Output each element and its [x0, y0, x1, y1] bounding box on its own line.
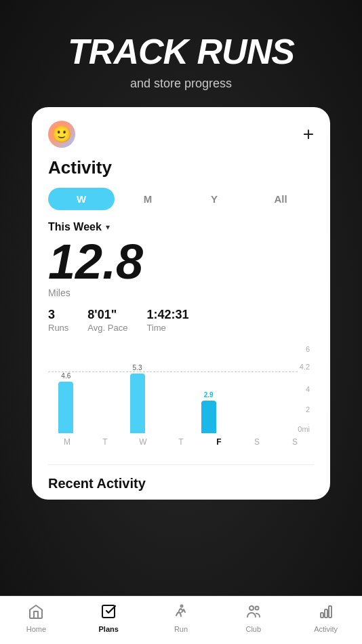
period-tabs: W M Y All	[48, 188, 314, 210]
bar-saturday	[226, 423, 262, 433]
nav-run-label: Run	[174, 625, 188, 633]
svg-rect-4	[321, 613, 323, 618]
home-icon	[28, 603, 44, 622]
distance-value: 12.8	[48, 237, 314, 286]
nav-home-label: Home	[26, 625, 46, 633]
club-icon	[245, 603, 262, 622]
x-label-t: T	[86, 437, 124, 447]
chevron-down-icon: ▾	[106, 222, 110, 232]
tab-all[interactable]: All	[247, 188, 314, 210]
runs-value: 3	[48, 308, 68, 322]
recent-section: Recent Activity	[48, 464, 314, 500]
tab-year[interactable]: Y	[181, 188, 247, 210]
nav-home[interactable]: Home	[16, 603, 56, 633]
nav-activity-label: Activity	[314, 625, 338, 633]
card-header: 🙂 +	[48, 121, 314, 148]
tab-week[interactable]: W	[48, 188, 115, 210]
avg-line	[48, 371, 298, 372]
nav-club-label: Club	[245, 625, 261, 633]
x-label-s2: S	[276, 437, 314, 447]
svg-rect-0	[102, 605, 115, 618]
recent-title: Recent Activity	[48, 476, 314, 491]
stat-time: 1:42:31 Time	[146, 308, 188, 333]
nav-run[interactable]: Run	[161, 603, 201, 633]
nav-activity[interactable]: Activity	[306, 603, 346, 633]
stat-runs: 3 Runs	[48, 308, 68, 333]
distance-unit: Miles	[48, 287, 314, 298]
runs-label: Runs	[48, 323, 68, 333]
nav-plans[interactable]: Plans	[88, 603, 129, 633]
bottom-nav: Home Plans Run	[0, 596, 362, 644]
add-button[interactable]: +	[303, 125, 314, 144]
time-value: 1:42:31	[146, 308, 188, 322]
y-axis: 6 4.2 4 2 0mi	[298, 345, 314, 433]
activity-icon	[318, 603, 334, 622]
x-label-t2: T	[162, 437, 200, 447]
svg-rect-5	[325, 609, 327, 618]
bar-friday: 2.9	[190, 390, 226, 433]
activity-heading: Activity	[48, 157, 314, 178]
bar-wednesday: 5.3	[119, 363, 155, 433]
week-label: This Week	[48, 221, 102, 233]
chart-container: 4.6 5.3	[48, 345, 314, 460]
time-label: Time	[146, 323, 188, 333]
x-label-m: M	[48, 437, 86, 447]
bar-thursday	[155, 423, 191, 433]
tab-month[interactable]: M	[115, 188, 181, 210]
svg-point-2	[249, 606, 254, 610]
hero-subtitle: and store progress	[130, 77, 232, 91]
x-label-f: F	[200, 437, 238, 447]
week-selector[interactable]: This Week ▾	[48, 221, 314, 233]
bar-tuesday	[84, 423, 120, 433]
run-icon	[173, 603, 189, 622]
pace-label: Avg. Pace	[87, 323, 127, 333]
nav-club[interactable]: Club	[233, 603, 274, 633]
bar-sunday	[262, 423, 298, 433]
svg-rect-6	[329, 606, 331, 618]
stats-row: 3 Runs 8'01" Avg. Pace 1:42:31 Time	[48, 308, 314, 333]
plans-icon	[100, 603, 117, 622]
pace-value: 8'01"	[87, 308, 127, 322]
bar-monday: 4.6	[48, 371, 84, 434]
svg-point-3	[255, 607, 258, 610]
stat-pace: 8'01" Avg. Pace	[87, 308, 127, 333]
chart-bars: 4.6 5.3	[48, 345, 298, 433]
x-label-s: S	[238, 437, 276, 447]
nav-plans-label: Plans	[99, 625, 119, 633]
hero-title: TRACK RUNS	[68, 33, 294, 71]
x-axis: M T W T F S S	[48, 437, 314, 447]
avatar[interactable]: 🙂	[48, 121, 75, 148]
main-card: 🙂 + Activity W M Y All This Week ▾ 12.8 …	[32, 107, 330, 500]
x-label-w: W	[124, 437, 162, 447]
svg-point-1	[180, 605, 182, 607]
